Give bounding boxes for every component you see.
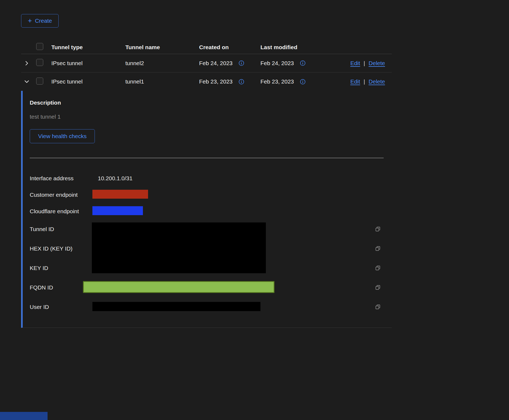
copy-button[interactable] bbox=[375, 246, 381, 252]
row-checkbox[interactable] bbox=[36, 59, 43, 66]
created-on-cell: Feb 24, 2023 bbox=[199, 60, 233, 66]
delete-link[interactable]: Delete bbox=[369, 78, 385, 85]
collapse-row-button[interactable] bbox=[21, 79, 36, 84]
chevron-right-icon bbox=[24, 61, 29, 66]
col-header-tunnel-name: Tunnel name bbox=[125, 44, 199, 51]
info-icon[interactable] bbox=[300, 79, 306, 85]
copy-button[interactable] bbox=[375, 304, 381, 310]
last-modified-cell: Feb 24, 2023 bbox=[260, 60, 294, 66]
copy-icon bbox=[375, 304, 381, 310]
tunnel-ids-redacted-value bbox=[92, 222, 266, 273]
expanded-tunnel-detail: Description test tunnel 1 View health ch… bbox=[21, 91, 392, 328]
tunnel-type-cell: IPsec tunnel bbox=[51, 60, 125, 66]
description-value: test tunnel 1 bbox=[30, 114, 392, 120]
key-id-label: KEY ID bbox=[30, 265, 92, 271]
copy-icon bbox=[375, 246, 381, 252]
created-on-cell: Feb 23, 2023 bbox=[199, 78, 233, 85]
customer-endpoint-redacted-value bbox=[92, 190, 148, 199]
tunnels-table: Tunnel type Tunnel name Created on Last … bbox=[21, 41, 392, 91]
expand-row-button[interactable] bbox=[21, 61, 36, 66]
tunnel-id-label: Tunnel ID bbox=[30, 226, 92, 232]
col-header-tunnel-type: Tunnel type bbox=[51, 44, 125, 51]
chevron-down-icon bbox=[24, 79, 29, 84]
row-checkbox[interactable] bbox=[36, 78, 43, 85]
interface-address-value: 10.200.1.0/31 bbox=[92, 175, 375, 182]
cloudflare-endpoint-redacted-value bbox=[92, 206, 143, 215]
info-icon[interactable] bbox=[239, 79, 244, 85]
delete-link[interactable]: Delete bbox=[369, 60, 385, 66]
action-separator: | bbox=[364, 78, 365, 85]
copy-icon bbox=[375, 265, 381, 271]
user-id-label: User ID bbox=[30, 304, 92, 310]
customer-endpoint-row: Customer endpoint bbox=[30, 186, 392, 203]
user-id-row: User ID bbox=[30, 297, 392, 317]
fqdn-id-row: FQDN ID bbox=[30, 278, 392, 297]
info-icon[interactable] bbox=[239, 60, 244, 66]
view-health-checks-button[interactable]: View health checks bbox=[30, 129, 95, 143]
description-heading: Description bbox=[30, 99, 392, 106]
table-row: IPsec tunnel tunnel1 Feb 23, 2023 Feb 23… bbox=[21, 72, 392, 91]
customer-endpoint-label: Customer endpoint bbox=[30, 192, 92, 198]
col-header-last-modified: Last modified bbox=[260, 44, 346, 51]
info-icon[interactable] bbox=[300, 60, 306, 66]
tunnel-fields: Interface address 10.200.1.0/31 Customer… bbox=[30, 170, 392, 317]
copy-button[interactable] bbox=[375, 265, 381, 271]
bottom-bar bbox=[0, 412, 48, 420]
tunnel-name-cell: tunnel1 bbox=[125, 78, 199, 85]
copy-icon bbox=[375, 226, 381, 232]
hex-id-label: HEX ID (KEY ID) bbox=[30, 245, 92, 252]
copy-button[interactable] bbox=[375, 226, 381, 232]
table-row: IPsec tunnel tunnel2 Feb 24, 2023 Feb 24… bbox=[21, 54, 392, 72]
copy-icon bbox=[375, 285, 381, 291]
col-header-created-on: Created on bbox=[199, 44, 260, 51]
create-button-label: Create bbox=[35, 18, 52, 24]
tunnel-type-cell: IPsec tunnel bbox=[51, 78, 125, 85]
select-all-checkbox[interactable] bbox=[36, 43, 43, 50]
create-button[interactable]: + Create bbox=[21, 14, 59, 28]
header-checkbox-cell bbox=[36, 43, 51, 51]
tunnel-name-cell: tunnel2 bbox=[125, 60, 199, 66]
last-modified-cell: Feb 23, 2023 bbox=[260, 78, 294, 85]
edit-link[interactable]: Edit bbox=[350, 78, 360, 85]
user-id-redacted-value bbox=[92, 302, 260, 311]
edit-link[interactable]: Edit bbox=[350, 60, 360, 66]
tunnel-ids-section: Tunnel ID HEX ID (KEY ID) bbox=[30, 219, 392, 278]
fqdn-id-redacted-value bbox=[83, 281, 274, 293]
interface-address-row: Interface address 10.200.1.0/31 bbox=[30, 170, 392, 186]
cloudflare-endpoint-row: Cloudflare endpoint bbox=[30, 203, 392, 219]
section-divider bbox=[30, 158, 384, 158]
interface-address-label: Interface address bbox=[30, 175, 92, 182]
table-header-row: Tunnel type Tunnel name Created on Last … bbox=[21, 41, 392, 54]
cloudflare-endpoint-label: Cloudflare endpoint bbox=[30, 208, 92, 215]
action-separator: | bbox=[364, 60, 365, 66]
plus-icon: + bbox=[28, 17, 32, 24]
copy-button[interactable] bbox=[375, 285, 381, 291]
